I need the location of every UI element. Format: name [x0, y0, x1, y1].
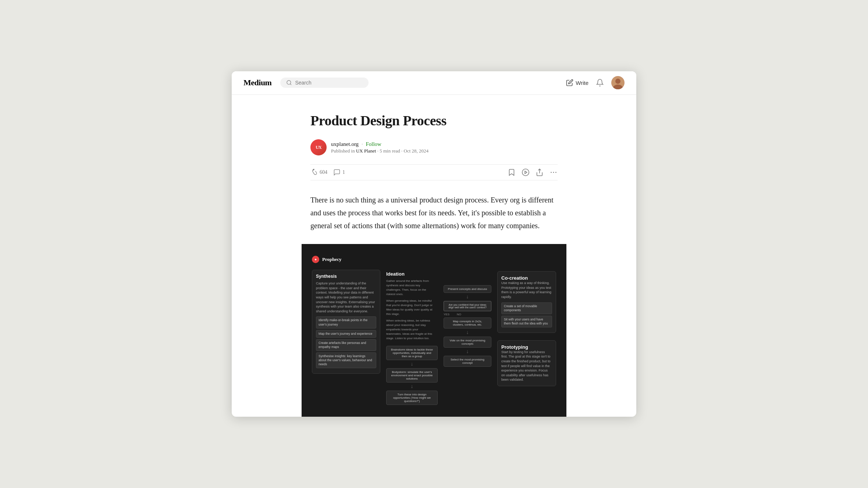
vote-box: Vote on the most promising concepts	[444, 337, 491, 348]
select-box: Select the most promising concept	[444, 356, 491, 367]
article-container: Product Design Process UX uxplanet.org ·…	[302, 95, 566, 417]
cocreation-item-1: Create a set of movable components	[501, 302, 552, 314]
author-avatar-text: UX	[316, 145, 321, 150]
flow-arrow-1: ↓	[386, 362, 438, 367]
claps-count: 604	[320, 169, 327, 175]
synthesis-section: ✦ Prophecy Synthesis Capture your unders…	[312, 256, 380, 405]
share-icon	[536, 168, 544, 176]
svg-point-3	[615, 79, 620, 84]
prototyping-text: Start by testing for usefulness first. T…	[501, 350, 552, 382]
comment-icon	[333, 169, 341, 176]
flow-arrow-2: ↓	[386, 384, 438, 389]
navbar-right: Write	[566, 76, 625, 89]
synthesis-title: Synthesis	[316, 274, 376, 279]
svg-point-9	[553, 172, 554, 173]
write-button[interactable]: Write	[566, 79, 588, 86]
cocreation-title: Co-creation	[501, 275, 552, 281]
search-input[interactable]	[295, 80, 361, 86]
more-icon	[549, 168, 558, 176]
ideation-title: Ideation	[386, 271, 438, 277]
cocreation-card: Co-creation Use making as a way of think…	[497, 271, 556, 333]
article-date: Oct 28, 2024	[404, 148, 429, 154]
follow-button[interactable]: Follow	[366, 141, 381, 147]
author-name: uxplanet.org	[331, 141, 359, 147]
no-label: NO	[457, 313, 461, 316]
read-time: 5 min read	[380, 148, 400, 154]
actions-bar: 604 1	[310, 164, 558, 180]
user-avatar[interactable]	[611, 76, 625, 89]
ideation-flow-3: Turn these into design opportunities ('H…	[386, 391, 438, 405]
cocreation-item-2: Sit with your users and have them flesh …	[501, 316, 552, 327]
yes-no-labels: YES NO	[444, 313, 491, 316]
synthesis-item-1: Identify make-or-break points in the use…	[316, 316, 376, 328]
ideation-flow-items: Brainstorm ideas to tackle these opportu…	[386, 346, 438, 405]
question-diamond: Are you confident that your ideas align …	[444, 301, 491, 311]
yes-label: YES	[444, 313, 449, 316]
synthesis-item-4: Synthesise insights: key learnings about…	[316, 352, 376, 368]
synthesis-item-3: Create artefacts like personas and empat…	[316, 339, 376, 351]
prophecy-icon: ✦	[312, 256, 319, 263]
notifications-button[interactable]	[596, 79, 604, 87]
author-avatar[interactable]: UX	[310, 139, 327, 155]
browser-window: Medium Write	[232, 71, 636, 417]
write-icon	[566, 79, 573, 86]
mid-flow-section: Present concepts and discuss ↓ Are you c…	[444, 256, 491, 405]
prophecy-name: Prophecy	[322, 256, 341, 262]
svg-point-0	[287, 80, 291, 85]
synthesis-item-2: Map the user's journey and experience	[316, 330, 376, 338]
present-box: Present concepts and discuss	[444, 285, 491, 293]
synthesis-body-text: Capture your understanding of the proble…	[316, 281, 376, 313]
search-icon	[286, 80, 292, 86]
bell-icon	[596, 79, 604, 87]
ideation-flow-1: Brainstorm ideas to tackle these opportu…	[386, 346, 438, 360]
synthesis-card: Synthesis Capture your understanding of …	[312, 270, 380, 374]
clap-icon	[310, 169, 318, 176]
prototyping-card: Prototyping Start by testing for usefuln…	[497, 340, 556, 386]
ideation-text-2: When generating ideas, be mindful that y…	[386, 299, 434, 316]
map-box: Map concepts in 2x2s, clusters, continua…	[444, 317, 491, 329]
write-label: Write	[576, 80, 588, 86]
publication-link[interactable]: UX Planet	[356, 148, 376, 154]
svg-point-5	[522, 169, 529, 176]
navbar: Medium Write	[232, 71, 636, 95]
prophecy-logo: ✦ Prophecy	[312, 256, 380, 263]
flow-arrow-5: ↓	[444, 349, 491, 354]
prototyping-title: Prototyping	[501, 344, 552, 350]
meta-date-sep: ·	[400, 148, 404, 154]
diagram-area: ✦ Prophecy Synthesis Capture your unders…	[302, 244, 566, 417]
author-info: uxplanet.org · Follow Published in UX Pl…	[331, 141, 428, 154]
save-button[interactable]	[508, 168, 516, 176]
avatar-image	[611, 76, 625, 89]
cocreation-text: Use making as a way of thinking. Prototy…	[501, 281, 552, 299]
ideation-section: Ideation Gather around the artefacts fro…	[386, 256, 438, 405]
article-title: Product Design Process	[310, 112, 558, 129]
action-left: 604 1	[310, 169, 508, 176]
ideation-flow-2: Bodystorm: simulate the user's environme…	[386, 368, 438, 383]
svg-line-1	[291, 84, 292, 85]
listen-button[interactable]	[522, 168, 530, 176]
search-bar[interactable]	[280, 78, 369, 88]
published-in-label: Published in	[331, 148, 356, 154]
svg-point-8	[551, 172, 552, 173]
meta-sep: ·	[376, 148, 380, 154]
svg-point-10	[555, 172, 556, 173]
svg-marker-6	[525, 171, 527, 174]
bookmark-icon	[508, 168, 516, 176]
flow-arrow-4: ↓	[444, 330, 491, 335]
comments-count: 1	[342, 169, 345, 175]
claps-button[interactable]: 604	[310, 169, 327, 176]
share-button[interactable]	[536, 168, 544, 176]
author-name-row: uxplanet.org · Follow	[331, 141, 428, 147]
more-options-button[interactable]	[549, 168, 558, 176]
article-body-text: There is no such thing as a universal pr…	[310, 194, 558, 232]
play-icon	[522, 168, 530, 176]
action-right	[508, 168, 558, 176]
ideation-text-1: Gather around the artefacts from synthes…	[386, 279, 434, 297]
author-meta: Published in UX Planet · 5 min read · Oc…	[331, 148, 428, 154]
dot-separator: ·	[362, 141, 363, 147]
right-sections: Co-creation Use making as a way of think…	[497, 256, 556, 405]
ideation-text-3: When selecting ideas, be ruthless about …	[386, 319, 434, 341]
comments-button[interactable]: 1	[333, 169, 345, 176]
medium-logo: Medium	[243, 78, 271, 87]
flow-arrow-3: ↓	[444, 294, 491, 299]
